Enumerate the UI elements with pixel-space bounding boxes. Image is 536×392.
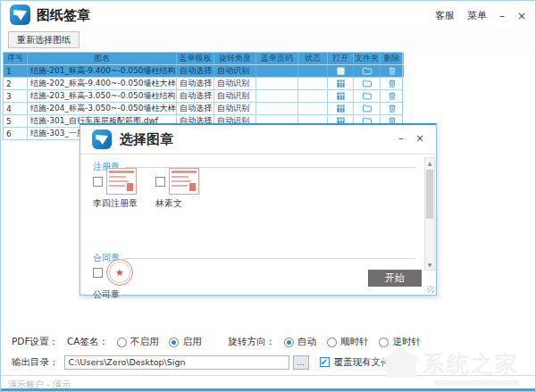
trash-icon[interactable]: [381, 103, 404, 114]
drawing-name-cell: 结施-204_标高-3.050~-0.050墙柱大样图.dwf: [28, 103, 177, 114]
scroll-down-icon[interactable]: ▼: [425, 260, 434, 270]
radio-rotation-2[interactable]: 逆时针: [379, 336, 421, 348]
stamp-template-cell: 自动选择: [177, 90, 214, 102]
scroll-thumb[interactable]: [426, 170, 433, 219]
radio-icon[interactable]: [117, 338, 127, 347]
stamp-page-cell: [256, 103, 298, 114]
folder-icon[interactable]: [354, 90, 380, 102]
drawing-name-cell: 结施-201_标高-9.400~-0.050墙柱结构平面图.dwf: [28, 65, 177, 77]
start-button[interactable]: 开始: [368, 270, 422, 287]
rotation-mode-label: 旋转方向：: [228, 336, 275, 348]
folder-icon[interactable]: [354, 103, 380, 114]
drawing-name-cell: 结施-202_标高-9.400~-0.050墙柱大样图.dwf: [28, 78, 177, 89]
stamp-list: ★公司章: [93, 259, 133, 301]
folder-icon[interactable]: [354, 65, 380, 77]
document-icon[interactable]: [328, 78, 353, 89]
folder-icon[interactable]: [354, 78, 380, 89]
stamp-page-cell: [256, 78, 298, 89]
column-header[interactable]: 旋转角度: [214, 53, 256, 64]
radio-ca-1[interactable]: 启用: [169, 336, 201, 348]
app-window: 图纸签章 客服 菜单 – × 重新选择图纸 序号图名盖章模板旋转角度盖章页码状态…: [0, 0, 536, 392]
stamp-checkbox[interactable]: [155, 177, 165, 187]
stamp-checkbox[interactable]: [93, 268, 103, 278]
minimize-button[interactable]: –: [499, 12, 505, 21]
menu-link[interactable]: 菜单: [467, 9, 487, 22]
icon-cell: [354, 78, 381, 89]
radio-icon[interactable]: [379, 338, 389, 347]
section-divider: [125, 258, 415, 259]
radio-selected-icon[interactable]: [284, 338, 294, 347]
resize-grip[interactable]: [427, 286, 434, 293]
rect-stamp-image: [169, 168, 199, 195]
app-logo-icon: [10, 4, 30, 25]
icon-cell: [381, 65, 404, 77]
icon-cell: [328, 78, 354, 89]
trash-icon[interactable]: [381, 90, 404, 102]
stamp-template-cell: 自动选择: [177, 103, 214, 114]
row-number-cell: 5: [4, 115, 28, 127]
rotation-angle-cell: 自动识别: [214, 103, 256, 114]
radio-rotation-1[interactable]: 顺时针: [327, 336, 369, 348]
row-number-cell: 3: [4, 90, 28, 102]
radio-label: 启用: [182, 336, 201, 348]
ca-sign-label: CA签名：: [67, 336, 108, 348]
browse-button[interactable]: ...: [293, 355, 309, 370]
column-header[interactable]: 文件夹: [354, 53, 381, 64]
dialog-logo-icon: [92, 129, 112, 149]
column-header[interactable]: 盖章模板: [177, 53, 214, 64]
stamp-item: ★公司章: [93, 259, 133, 301]
dialog-scrollbar[interactable]: ▲ ▼: [424, 157, 435, 271]
dialog-title-bar: 选择图章 – ×: [80, 125, 436, 154]
table-row[interactable]: 4结施-204_标高-3.050~-0.050墙柱大样图.dwf自动选择自动识别: [4, 103, 402, 115]
rotation-angle-cell: 自动识别: [214, 90, 256, 102]
close-button[interactable]: ×: [517, 12, 526, 21]
column-header[interactable]: 打开: [328, 53, 354, 64]
document-icon[interactable]: [328, 65, 353, 77]
output-dir-row: 输出目录： ... ✔ 覆盖现有文件: [12, 354, 390, 370]
rotation-angle-cell: 自动识别: [214, 65, 256, 77]
trash-icon[interactable]: [381, 65, 403, 77]
radio-icon[interactable]: [327, 338, 337, 347]
scroll-up-icon[interactable]: ▲: [425, 158, 434, 168]
status-cell: [298, 103, 328, 114]
radio-selected-icon[interactable]: [169, 338, 179, 347]
title-bar: 图纸签章 客服 菜单 – ×: [1, 1, 535, 28]
watermark: 系统之家: [423, 349, 519, 386]
radio-ca-0[interactable]: 不启用: [117, 336, 159, 348]
select-stamp-dialog: 选择图章 – × 注册章李四注册章林素文合同章★公司章 ▲ ▼ 开始: [80, 123, 437, 296]
pdf-settings-row: PDF设置： CA签名： 不启用启用 旋转方向： 自动顺时针逆时针: [12, 335, 431, 349]
reselect-drawings-button[interactable]: 重新选择图纸: [8, 31, 80, 48]
output-dir-input[interactable]: [64, 355, 289, 370]
document-icon[interactable]: [328, 90, 353, 102]
icon-cell: [354, 90, 381, 102]
row-number-cell: 2: [4, 78, 28, 89]
status-cell: [298, 90, 328, 102]
overwrite-label: 覆盖现有文件: [334, 356, 390, 369]
stamp-template-cell: 自动选择: [177, 65, 214, 77]
column-header[interactable]: 序号: [4, 53, 28, 64]
customer-service-link[interactable]: 客服: [435, 9, 455, 22]
dialog-minimize-button[interactable]: –: [398, 132, 404, 145]
rotation-angle-cell: 自动识别: [214, 78, 256, 89]
radio-rotation-0[interactable]: 自动: [284, 336, 316, 348]
radio-label: 自动: [297, 336, 316, 348]
column-header[interactable]: 删除: [381, 53, 404, 64]
dialog-close-button[interactable]: ×: [415, 132, 424, 145]
trash-icon[interactable]: [381, 78, 404, 89]
row-number-cell: 4: [4, 103, 28, 114]
overwrite-checkbox[interactable]: ✔: [320, 357, 330, 367]
table-row[interactable]: 2结施-202_标高-9.400~-0.050墙柱大样图.dwf自动选择自动识别: [4, 78, 402, 90]
drawing-name-cell: 结施-203_标高-3.050~-0.050墙柱结构平面图.dwf: [28, 90, 177, 102]
stamp-checkbox[interactable]: [93, 177, 103, 187]
radio-label: 逆时针: [392, 336, 421, 348]
icon-cell: [354, 103, 381, 114]
table-row[interactable]: 1结施-201_标高-9.400~-0.050墙柱结构平面图.dwf自动选择自动…: [4, 65, 402, 78]
table-row[interactable]: 3结施-203_标高-3.050~-0.050墙柱结构平面图.dwf自动选择自动…: [4, 90, 402, 103]
column-header[interactable]: 盖章页码: [256, 53, 298, 64]
pdf-settings-label: PDF设置：: [12, 336, 58, 348]
output-dir-label: 输出目录：: [12, 356, 59, 369]
stamp-template-cell: 自动选择: [177, 78, 214, 89]
document-icon[interactable]: [328, 103, 353, 114]
column-header[interactable]: 状态: [298, 53, 328, 64]
column-header[interactable]: 图名: [28, 53, 177, 64]
